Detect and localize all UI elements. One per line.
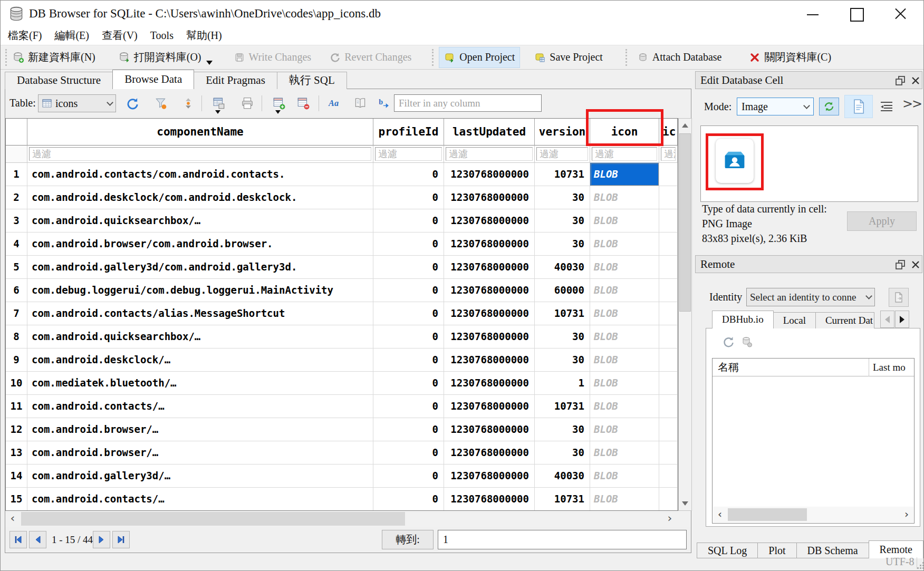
column-filter-input[interactable]: 過濾 bbox=[375, 147, 442, 161]
cell-profileId[interactable]: 0 bbox=[373, 441, 444, 464]
menu-edit[interactable]: 編輯(E) bbox=[48, 27, 95, 45]
cell-componentName[interactable]: com.android.deskclock/… bbox=[27, 349, 373, 372]
tabs-scroll-right-button[interactable] bbox=[895, 311, 909, 328]
save-table-dropdown-icon[interactable] bbox=[215, 110, 220, 117]
cell-icon2-partial[interactable] bbox=[659, 488, 678, 511]
tab-edit-pragmas[interactable]: Edit Pragmas bbox=[194, 72, 277, 89]
sort-icon[interactable] bbox=[181, 96, 195, 110]
cell-icon-blob[interactable]: BLOB bbox=[590, 209, 659, 233]
cell-lastUpdated[interactable]: 1230768000000 bbox=[444, 372, 535, 395]
cell-profileId[interactable]: 0 bbox=[373, 372, 444, 395]
cell-icon2-partial[interactable] bbox=[659, 302, 678, 325]
float-panel-icon[interactable] bbox=[894, 259, 906, 270]
cell-icon-blob[interactable]: BLOB bbox=[590, 233, 659, 256]
cell-version[interactable]: 30 bbox=[535, 418, 590, 441]
header-componentName[interactable]: componentName bbox=[27, 119, 373, 146]
cell-icon-blob[interactable]: BLOB bbox=[590, 395, 659, 418]
goto-button[interactable]: 轉到: bbox=[382, 530, 434, 549]
cell-lastUpdated[interactable]: 1230768000000 bbox=[444, 488, 535, 511]
cell-lastUpdated[interactable]: 1230768000000 bbox=[444, 325, 535, 349]
delete-record-icon[interactable] bbox=[296, 96, 310, 110]
cell-componentName[interactable]: com.android.gallery3d/com.android.galler… bbox=[27, 256, 373, 279]
cell-icon2-partial[interactable] bbox=[659, 325, 678, 349]
tab-db-schema[interactable]: DB Schema bbox=[796, 543, 869, 558]
header-lastUpdated[interactable]: lastUpdated bbox=[444, 119, 535, 146]
close-panel-icon[interactable] bbox=[910, 259, 921, 270]
scroll-up-button[interactable] bbox=[679, 119, 691, 132]
encoding-book-icon[interactable] bbox=[353, 96, 367, 110]
cell-icon2-partial[interactable] bbox=[659, 209, 678, 233]
cell-version[interactable]: 60000 bbox=[535, 279, 590, 302]
cell-profileId[interactable]: 0 bbox=[373, 186, 444, 209]
scroll-left-button[interactable]: ‹ bbox=[713, 507, 727, 522]
remote-modified-column-header[interactable]: Last mo bbox=[873, 359, 914, 376]
column-filter-input[interactable]: 過濾 bbox=[29, 147, 371, 161]
cell-icon-blob[interactable]: BLOB bbox=[590, 256, 659, 279]
minimize-button[interactable] bbox=[797, 1, 827, 27]
cell-lastUpdated[interactable]: 1230768000000 bbox=[444, 233, 535, 256]
cell-profileId[interactable]: 0 bbox=[373, 256, 444, 279]
float-panel-icon[interactable] bbox=[894, 75, 906, 86]
filter-any-column-input[interactable] bbox=[394, 94, 542, 112]
cell-lastUpdated[interactable]: 1230768000000 bbox=[444, 279, 535, 302]
cell-icon-blob[interactable]: BLOB bbox=[590, 186, 659, 209]
cell-version[interactable]: 10731 bbox=[535, 395, 590, 418]
tab-execute-sql[interactable]: 執行 SQL bbox=[277, 72, 347, 89]
cell-profileId[interactable]: 0 bbox=[373, 163, 444, 186]
cell-icon2-partial[interactable] bbox=[659, 349, 678, 372]
cell-version[interactable]: 40030 bbox=[535, 256, 590, 279]
open-database-dropdown-icon[interactable] bbox=[206, 61, 213, 68]
cell-icon2-partial[interactable] bbox=[659, 372, 678, 395]
close-database-button[interactable]: 關閉資料庫(C) bbox=[744, 47, 836, 68]
insert-record-dropdown-icon[interactable] bbox=[275, 110, 281, 117]
cell-componentName[interactable]: com.android.quicksearchbox/… bbox=[27, 325, 373, 349]
menu-tools[interactable]: Tools bbox=[144, 27, 180, 45]
cell-icon-blob[interactable]: BLOB bbox=[590, 372, 659, 395]
cell-lastUpdated[interactable]: 1230768000000 bbox=[444, 464, 535, 488]
cell-lastUpdated[interactable]: 1230768000000 bbox=[444, 395, 535, 418]
cell-profileId[interactable]: 0 bbox=[373, 302, 444, 325]
cell-version[interactable]: 30 bbox=[535, 325, 590, 349]
cell-profileId[interactable]: 0 bbox=[373, 488, 444, 511]
cell-componentName[interactable]: com.android.contacts/… bbox=[27, 395, 373, 418]
write-changes-button[interactable]: Write Changes bbox=[229, 47, 316, 68]
cell-componentName[interactable]: com.android.quicksearchbox/… bbox=[27, 209, 373, 233]
tab-database-structure[interactable]: Database Structure bbox=[5, 72, 113, 89]
cell-icon2-partial[interactable] bbox=[659, 279, 678, 302]
table-select[interactable]: icons bbox=[38, 94, 116, 112]
cell-version[interactable]: 30 bbox=[535, 186, 590, 209]
clear-filter-icon[interactable] bbox=[154, 96, 168, 110]
horizontal-scroll-thumb[interactable] bbox=[728, 508, 807, 521]
print-icon[interactable] bbox=[240, 96, 254, 110]
menu-view[interactable]: 查看(V) bbox=[95, 27, 144, 45]
identity-import-button[interactable] bbox=[889, 288, 909, 307]
cell-componentName[interactable]: com.debug.loggerui/com.debug.loggerui.Ma… bbox=[27, 279, 373, 302]
cell-componentName[interactable]: com.android.contacts/alias.MessageShortc… bbox=[27, 302, 373, 325]
column-filter-input[interactable]: 過濾 bbox=[592, 147, 657, 161]
cell-version[interactable]: 30 bbox=[535, 441, 590, 464]
cell-version[interactable]: 40030 bbox=[535, 464, 590, 488]
cell-icon2-partial[interactable] bbox=[659, 186, 678, 209]
word-wrap-icon[interactable] bbox=[879, 100, 894, 113]
cell-lastUpdated[interactable]: 1230768000000 bbox=[444, 441, 535, 464]
tab-plot[interactable]: Plot bbox=[757, 543, 796, 558]
cell-lastUpdated[interactable]: 1230768000000 bbox=[444, 418, 535, 441]
cell-icon-blob[interactable]: BLOB bbox=[590, 325, 659, 349]
column-filter-input[interactable]: 過濾 bbox=[661, 147, 676, 161]
cell-componentName[interactable]: com.android.browser/com.android.browser. bbox=[27, 233, 373, 256]
more-tools-icon[interactable]: >> bbox=[902, 96, 921, 111]
cell-profileId[interactable]: 0 bbox=[373, 418, 444, 441]
goto-record-input[interactable] bbox=[438, 530, 687, 549]
refresh-icon[interactable] bbox=[126, 96, 139, 110]
header-icon[interactable]: icon bbox=[590, 119, 659, 146]
cell-icon2-partial[interactable] bbox=[659, 418, 678, 441]
tab-dbhub[interactable]: DBHub.io bbox=[712, 311, 774, 328]
cell-componentName[interactable]: com.android.browser/… bbox=[27, 441, 373, 464]
cell-componentName[interactable]: com.mediatek.bluetooth/… bbox=[27, 372, 373, 395]
cell-version[interactable]: 30 bbox=[535, 209, 590, 233]
cell-lastUpdated[interactable]: 1230768000000 bbox=[444, 186, 535, 209]
cell-icon-blob[interactable]: BLOB bbox=[590, 349, 659, 372]
remote-name-column-header[interactable]: 名稱 bbox=[718, 359, 739, 376]
mode-select[interactable]: Image bbox=[737, 98, 814, 115]
revert-changes-button[interactable]: Revert Changes bbox=[324, 47, 416, 68]
